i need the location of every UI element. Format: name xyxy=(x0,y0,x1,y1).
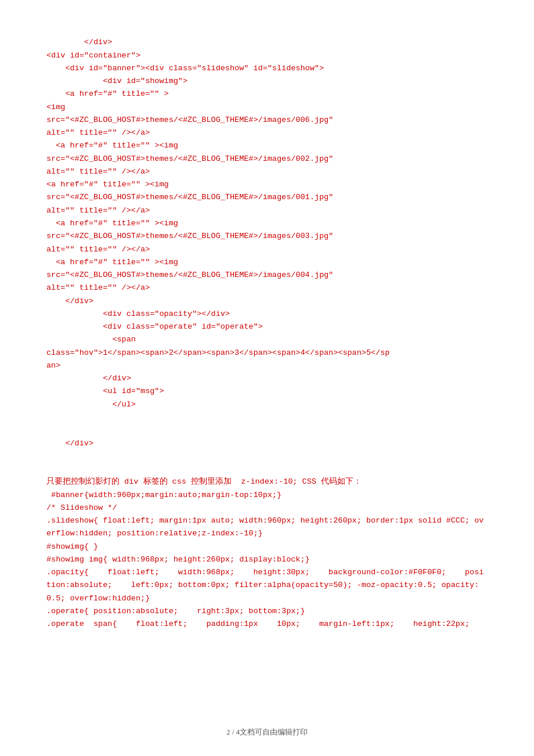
line-23: <div class="operate" id="operate"> xyxy=(46,322,263,331)
line-16: src="<#ZC_BLOG_HOST#>themes/<#ZC_BLOG_TH… xyxy=(46,232,333,240)
line-9: <a href="#" title="" ><img xyxy=(46,141,178,150)
line-22: <div class="opacity"></div> xyxy=(46,309,230,318)
line-17: alt="" title="" /></a> xyxy=(46,245,150,254)
line-20: alt="" title="" /></a> xyxy=(46,283,150,292)
line-39: .opacity{ float:left; width:968px; heigh… xyxy=(46,568,484,603)
line-5: <a href="#" title="" > xyxy=(46,89,169,98)
line-7: src="<#ZC_BLOG_HOST#>themes/<#ZC_BLOG_TH… xyxy=(46,116,333,124)
line-14: alt="" title="" /></a> xyxy=(46,206,150,215)
line-27: </div> xyxy=(46,374,131,383)
line-40: .operate{ position:absolute; right:3px; … xyxy=(46,607,305,615)
line-37: #showimg{ } xyxy=(46,542,98,551)
line-4: <div id="showimg"> xyxy=(46,77,187,85)
line-6: <img xyxy=(46,103,65,111)
line-29: </ul> xyxy=(46,400,136,409)
line-8: alt="" title="" /></a> xyxy=(46,128,150,137)
line-1: </div> xyxy=(65,38,112,46)
line-21: </div> xyxy=(46,297,93,305)
line-18: <a href="#" title="" ><img xyxy=(46,258,178,267)
line-11: alt="" title="" /></a> xyxy=(46,167,150,176)
line-38: #showimg img{ width:968px; height:260px;… xyxy=(46,555,310,564)
page-container: </div> <div id="container"> <div id="ban… xyxy=(0,0,534,756)
code-content: </div> <div id="container"> <div id="ban… xyxy=(46,23,488,644)
line-36: .slideshow{ float:left; margin:1px auto;… xyxy=(46,516,484,538)
line-33: 只要把控制幻影灯的 div 标签的 css 控制里添加 z-index:-10;… xyxy=(46,477,362,486)
line-28: <ul id="msg"> xyxy=(46,387,164,395)
page-footer: 2 / 4文档可自由编辑打印 xyxy=(0,726,534,739)
line-41: .operate span{ float:left; padding:1px 1… xyxy=(46,620,470,628)
line-31: </div> xyxy=(46,439,93,448)
line-24: <span xyxy=(46,335,136,344)
line-35: /* Slideshow */ xyxy=(46,503,117,512)
footer-text: 2 / 4文档可自由编辑打印 xyxy=(226,728,308,736)
line-12: <a href="#" title="" ><img xyxy=(46,180,169,189)
line-15: <a href="#" title="" ><img xyxy=(46,219,178,228)
line-3: <div id="banner"><div class="slideshow" … xyxy=(46,64,324,73)
line-19: src="<#ZC_BLOG_HOST#>themes/<#ZC_BLOG_TH… xyxy=(46,271,333,279)
line-25: class="hov">1</span><span>2</span><span>… xyxy=(46,348,389,357)
line-2: <div id="container"> xyxy=(46,51,140,60)
line-26: an> xyxy=(46,361,60,370)
line-13: src="<#ZC_BLOG_HOST#>themes/<#ZC_BLOG_TH… xyxy=(46,193,333,201)
line-34: #banner{width:960px;margin:auto;margin-t… xyxy=(46,491,282,499)
line-10: src="<#ZC_BLOG_HOST#>themes/<#ZC_BLOG_TH… xyxy=(46,154,333,163)
